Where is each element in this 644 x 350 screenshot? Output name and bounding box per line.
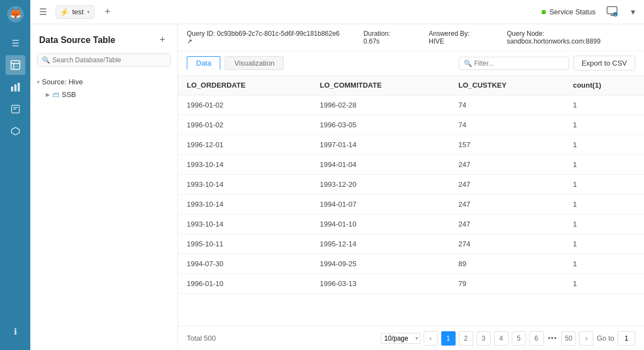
table-cell: 1 <box>564 195 644 214</box>
svg-rect-2 <box>11 61 20 69</box>
hamburger-nav-icon[interactable]: ☰ <box>6 33 25 53</box>
table-cell: 1996-01-10 <box>178 274 311 294</box>
data-table-container: LO_ORDERDATE LO_COMMITDATE LO_CUSTKEY co… <box>178 76 644 326</box>
left-panel: Data Source Table + 🔍 ▾ Source: Hive ▶ 🗃… <box>30 24 178 350</box>
filter-search-icon: 🔍 <box>464 60 472 67</box>
table-cell: 1 <box>564 135 644 155</box>
svg-text:🦊: 🦊 <box>9 8 22 20</box>
table-cell: 1996-03-05 <box>311 115 450 135</box>
main-container: ☰ ⚡ test ▾ + Service Status + ▾ <box>30 0 644 350</box>
search-box: 🔍 <box>37 53 171 67</box>
page-num-4[interactable]: 4 <box>494 331 508 346</box>
info-nav-icon[interactable]: ℹ <box>6 321 25 341</box>
add-tab-button[interactable]: + <box>100 4 115 20</box>
table-cell: 1993-10-14 <box>178 195 311 214</box>
table-cell: 1994-01-10 <box>311 214 450 234</box>
page-num-last[interactable]: 50 <box>561 331 576 346</box>
prev-page-button[interactable]: ‹ <box>424 331 438 346</box>
query-nav-icon[interactable] <box>6 99 25 119</box>
table-cell: 1 <box>564 175 644 195</box>
status-dot <box>542 10 546 14</box>
pagination-bar: Total 500 10/page 20/page 50/page ‹ 1 2 … <box>178 326 644 350</box>
table-cell: 1 <box>564 234 644 254</box>
tab-visualization[interactable]: Visualization <box>225 56 284 70</box>
col-header-commitdate: LO_COMMITDATE <box>311 76 450 95</box>
table-cell: 1 <box>564 95 644 115</box>
col-header-custkey: LO_CUSTKEY <box>450 76 564 95</box>
table-icon: 🗃 <box>52 90 59 99</box>
top-bar-right: Service Status + ▾ <box>542 3 637 21</box>
table-row: 1996-01-101996-03-13791 <box>178 274 644 294</box>
data-table: LO_ORDERDATE LO_COMMITDATE LO_CUSTKEY co… <box>178 76 644 294</box>
table-cell: 247 <box>450 155 564 175</box>
table-cell: 247 <box>450 175 564 195</box>
filter-box: 🔍 <box>459 57 569 70</box>
tree-source-label: Source: Hive <box>42 78 83 86</box>
chevron-down-icon: ▾ <box>87 9 90 15</box>
table-row: 1993-10-141994-01-102471 <box>178 214 644 234</box>
table-cell: 1996-03-13 <box>311 274 450 294</box>
svg-rect-7 <box>18 83 20 91</box>
external-link-icon: ↗ <box>187 37 192 45</box>
page-size-wrapper: 10/page 20/page 50/page <box>381 333 420 344</box>
page-num-6[interactable]: 6 <box>529 331 544 346</box>
page-total: Total 500 <box>187 334 216 342</box>
duration-label: Duration: <box>364 30 391 37</box>
left-panel-title: Data Source Table <box>39 35 115 45</box>
table-cell: 1996-12-01 <box>178 135 311 155</box>
app-logo: 🦊 <box>6 4 25 24</box>
content-area: Data Source Table + 🔍 ▾ Source: Hive ▶ 🗃… <box>30 24 644 350</box>
search-input[interactable] <box>52 56 166 64</box>
tree-caret-icon: ▾ <box>37 79 40 85</box>
goto-label: Go to <box>597 334 614 342</box>
table-cell: 274 <box>450 234 564 254</box>
monitor-icon-button[interactable]: + <box>604 3 620 21</box>
goto-input[interactable] <box>618 331 635 346</box>
table-cell: 79 <box>450 274 564 294</box>
tree-item-ssb[interactable]: ▶ 🗃 SSB <box>30 88 177 101</box>
tab-selector[interactable]: ⚡ test ▾ <box>56 6 95 19</box>
tab-name: test <box>72 8 84 16</box>
table-cell: 1993-10-14 <box>178 155 311 175</box>
add-datasource-button[interactable]: + <box>156 33 169 47</box>
next-page-button[interactable]: › <box>579 331 593 346</box>
goto-wrap: Go to <box>597 331 635 346</box>
table-cell: 247 <box>450 195 564 214</box>
query-id-value[interactable]: 0c93bb69-2c7c-801c-5d6f-99c181b862e6 <box>217 30 340 37</box>
svg-text:+: + <box>614 13 616 17</box>
table-cell: 1996-01-02 <box>178 115 311 135</box>
table-row: 1996-01-021996-02-28741 <box>178 95 644 115</box>
table-row: 1995-10-111995-12-142741 <box>178 234 644 254</box>
col-header-count: count(1) <box>564 76 644 95</box>
tree-item-hive[interactable]: ▾ Source: Hive <box>30 76 177 88</box>
tab-toolbar: Data Visualization 🔍 Export to CSV <box>178 51 644 76</box>
tab-data[interactable]: Data <box>187 56 220 70</box>
tree-child-caret-icon: ▶ <box>46 91 50 98</box>
chart-nav-icon[interactable] <box>6 77 25 97</box>
table-cell: 1 <box>564 115 644 135</box>
service-status: Service Status <box>542 8 596 16</box>
page-num-3[interactable]: 3 <box>477 331 491 346</box>
table-cell: 1 <box>564 274 644 294</box>
datasource-nav-icon[interactable] <box>6 55 25 75</box>
page-dots: ••• <box>547 334 559 342</box>
export-button[interactable]: Export to CSV <box>573 56 635 71</box>
query-node-label: Query Node: <box>507 30 544 37</box>
page-num-5[interactable]: 5 <box>512 331 526 346</box>
table-cell: 1 <box>564 155 644 175</box>
hamburger-button[interactable]: ☰ <box>37 4 49 19</box>
table-cell: 1996-01-02 <box>178 95 311 115</box>
page-num-1[interactable]: 1 <box>441 331 456 346</box>
stack-icon: ⚡ <box>59 8 69 17</box>
connector-nav-icon[interactable] <box>6 121 25 141</box>
table-header-row: LO_ORDERDATE LO_COMMITDATE LO_CUSTKEY co… <box>178 76 644 95</box>
table-cell: 1996-02-28 <box>311 95 450 115</box>
page-size-select[interactable]: 10/page 20/page 50/page <box>381 333 420 344</box>
service-status-label: Service Status <box>549 8 596 16</box>
table-cell: 157 <box>450 135 564 155</box>
filter-input[interactable] <box>474 60 564 67</box>
page-num-2[interactable]: 2 <box>459 331 473 346</box>
table-cell: 74 <box>450 95 564 115</box>
tree-child-label: SSB <box>62 90 76 99</box>
expand-icon-button[interactable]: ▾ <box>629 4 637 19</box>
